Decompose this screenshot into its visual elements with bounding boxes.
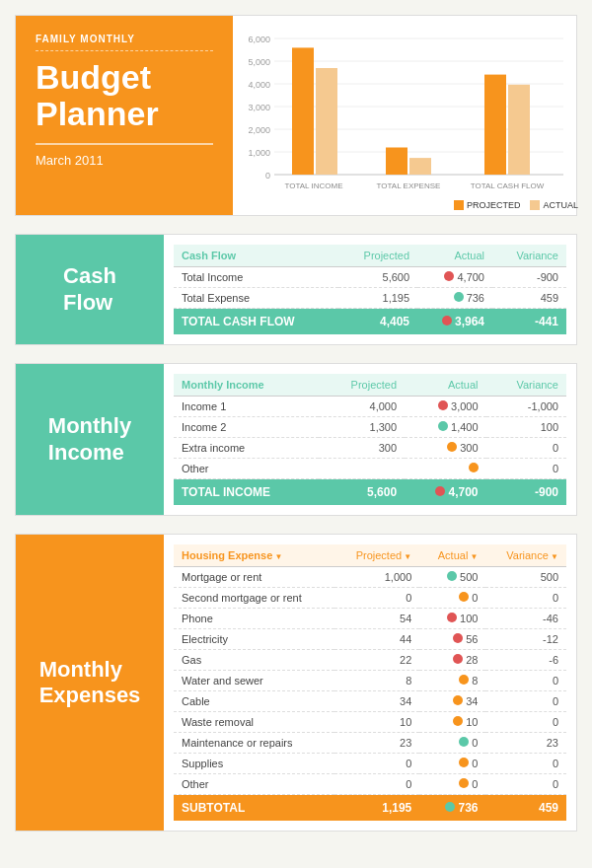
row-name: Income 1 <box>174 397 319 417</box>
mi-col-name: Monthly Income <box>174 374 319 397</box>
me-col-actual[interactable]: Actual <box>419 544 485 567</box>
me-footer-label: SUBTOTAL <box>174 795 334 822</box>
cf-footer-label: TOTAL CASH FLOW <box>174 309 338 335</box>
row-actual <box>405 459 485 479</box>
row-actual: 3,000 <box>405 397 485 417</box>
page-title: BudgetPlanner <box>36 59 213 133</box>
row-projected: 44 <box>334 629 419 650</box>
cash-flow-content: Cash Flow Projected Actual Variance Tota… <box>164 235 576 344</box>
me-footer-actual: 736 <box>419 795 485 822</box>
row-name: Other <box>174 774 334 795</box>
monthly-expenses-title: Monthly Expenses <box>39 657 141 709</box>
row-actual: 736 <box>417 288 492 309</box>
mi-col-projected: Projected <box>319 374 405 397</box>
row-actual: 4,700 <box>417 267 492 288</box>
date-label: March 2011 <box>36 143 213 168</box>
row-actual: 10 <box>419 712 485 733</box>
table-row: Total Expense 1,195 736 459 <box>174 288 566 309</box>
row-name: Mortgage or rent <box>174 567 334 588</box>
monthly-income-content: Monthly Income Projected Actual Variance… <box>164 364 576 515</box>
monthly-income-footer-row: TOTAL INCOME 5,600 4,700 -900 <box>174 479 566 506</box>
cash-flow-label: Cash Flow <box>16 235 164 344</box>
row-name: Waste removal <box>174 712 334 733</box>
row-actual: 500 <box>419 567 485 588</box>
row-projected: 1,000 <box>334 567 419 588</box>
svg-text:2,000: 2,000 <box>248 125 270 135</box>
row-actual: 28 <box>419 650 485 671</box>
svg-text:TOTAL EXPENSE: TOTAL EXPENSE <box>377 181 441 190</box>
legend-projected: PROJECTED <box>454 200 521 210</box>
table-row: Income 1 4,000 3,000 -1,000 <box>174 397 566 417</box>
row-actual: 1,400 <box>405 417 485 438</box>
bar-chart: 6,000 5,000 4,000 3,000 2,000 1,000 0 <box>243 31 578 198</box>
me-col-projected[interactable]: Projected <box>334 544 419 567</box>
row-actual: 0 <box>419 588 485 609</box>
row-actual: 0 <box>419 733 485 754</box>
cash-flow-title: Cash Flow <box>63 263 116 316</box>
legend-actual-label: ACTUAL <box>543 200 578 210</box>
row-variance: 0 <box>485 691 566 712</box>
row-projected: 300 <box>319 438 405 459</box>
svg-text:TOTAL INCOME: TOTAL INCOME <box>285 181 343 190</box>
row-variance: -900 <box>492 267 566 288</box>
svg-rect-16 <box>316 68 337 175</box>
row-name: Total Expense <box>174 288 338 309</box>
table-row: Other 0 0 0 <box>174 774 566 795</box>
header-left: FAMILY MONTHLY BudgetPlanner March 2011 <box>16 16 233 215</box>
row-actual: 8 <box>419 671 485 691</box>
row-projected: 8 <box>334 671 419 691</box>
chart-legend: PROJECTED ACTUAL <box>243 200 578 210</box>
table-row: Income 2 1,300 1,400 100 <box>174 417 566 438</box>
row-name: Cable <box>174 691 334 712</box>
row-variance: 23 <box>485 733 566 754</box>
header-section: FAMILY MONTHLY BudgetPlanner March 2011 … <box>15 15 577 216</box>
cf-col-projected: Projected <box>338 245 417 267</box>
row-variance: 0 <box>485 774 566 795</box>
table-row: Mortgage or rent 1,000 500 500 <box>174 567 566 588</box>
row-variance: -46 <box>485 609 566 629</box>
row-variance: 459 <box>492 288 566 309</box>
row-name: Electricity <box>174 629 334 650</box>
row-actual: 300 <box>405 438 485 459</box>
monthly-expenses-table: Housing Expense Projected Actual Varianc… <box>174 544 566 821</box>
monthly-income-label: Monthly Income <box>16 364 164 515</box>
monthly-expenses-footer-row: SUBTOTAL 1,195 736 459 <box>174 795 566 822</box>
row-name: Second mortgage or rent <box>174 588 334 609</box>
mi-footer-actual: 4,700 <box>405 479 485 506</box>
table-row: Electricity 44 56 -12 <box>174 629 566 650</box>
row-projected: 0 <box>334 754 419 774</box>
cf-col-variance: Variance <box>492 245 566 267</box>
me-col-variance[interactable]: Variance <box>485 544 566 567</box>
legend-projected-label: PROJECTED <box>467 200 521 210</box>
row-variance: 0 <box>485 754 566 774</box>
monthly-expenses-section: Monthly Expenses Housing Expense Project… <box>15 534 577 832</box>
monthly-income-title: Monthly Income <box>48 413 131 466</box>
cash-flow-table: Cash Flow Projected Actual Variance Tota… <box>174 245 566 334</box>
row-projected: 23 <box>334 733 419 754</box>
row-actual: 100 <box>419 609 485 629</box>
monthly-expenses-label: Monthly Expenses <box>16 535 164 831</box>
row-name: Income 2 <box>174 417 319 438</box>
monthly-income-table: Monthly Income Projected Actual Variance… <box>174 374 566 505</box>
row-name: Total Income <box>174 267 338 288</box>
row-name: Supplies <box>174 754 334 774</box>
cf-footer-projected: 4,405 <box>338 309 417 335</box>
legend-actual: ACTUAL <box>530 200 578 210</box>
row-projected: 22 <box>334 650 419 671</box>
me-footer-projected: 1,195 <box>334 795 419 822</box>
row-projected: 10 <box>334 712 419 733</box>
svg-text:5,000: 5,000 <box>248 57 270 67</box>
svg-text:0: 0 <box>265 171 270 181</box>
row-variance: 0 <box>485 712 566 733</box>
cf-footer-actual: 3,964 <box>417 309 492 335</box>
table-row: Cable 34 34 0 <box>174 691 566 712</box>
row-name: Phone <box>174 609 334 629</box>
svg-text:6,000: 6,000 <box>248 35 270 44</box>
cash-flow-section: Cash Flow Cash Flow Projected Actual Var… <box>15 234 577 345</box>
row-projected: 1,195 <box>338 288 417 309</box>
table-row: Phone 54 100 -46 <box>174 609 566 629</box>
row-variance: -12 <box>485 629 566 650</box>
me-col-name[interactable]: Housing Expense <box>174 544 334 567</box>
svg-text:4,000: 4,000 <box>248 80 270 90</box>
projected-color-box <box>454 200 464 210</box>
